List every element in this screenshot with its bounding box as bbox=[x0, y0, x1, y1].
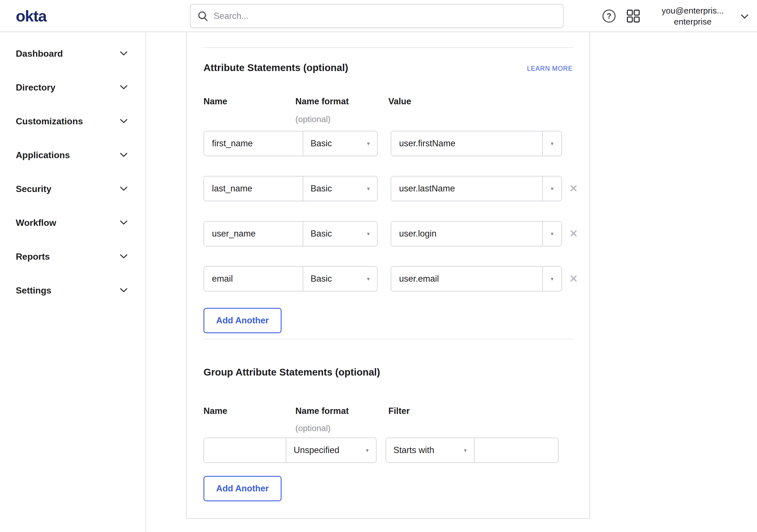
name-format-optional-note: (optional) bbox=[295, 114, 331, 124]
attribute-row: Basic ▾ ▾ ✕ bbox=[203, 221, 578, 246]
chevron-down-icon bbox=[120, 187, 127, 191]
name-format-select[interactable]: Basic ▾ bbox=[303, 176, 377, 201]
attribute-row: Basic ▾ ▾ ✕ bbox=[203, 266, 578, 292]
chevron-down-icon bbox=[120, 153, 127, 157]
name-format-group: Basic ▾ bbox=[203, 266, 378, 292]
column-header-value: Value bbox=[388, 96, 411, 107]
column-header-name-format: Name format bbox=[295, 96, 349, 107]
attribute-value-input[interactable] bbox=[391, 131, 542, 156]
name-format-select[interactable]: Basic ▾ bbox=[303, 131, 377, 156]
chevron-down-icon bbox=[120, 254, 127, 259]
name-format-select[interactable]: Basic ▾ bbox=[303, 267, 377, 291]
learn-more-link[interactable]: LEARN MORE bbox=[527, 65, 573, 73]
sidebar-item-applications[interactable]: Applications bbox=[0, 138, 145, 172]
group-attribute-row: Unspecified ▾ Starts with ▾ bbox=[203, 438, 559, 463]
section-divider bbox=[203, 339, 574, 339]
okta-admin-page: okta ? you@enterpris... enterprise Dashb… bbox=[0, 0, 757, 532]
sidebar-nav: Dashboard Directory Customizations Appli… bbox=[0, 32, 146, 532]
attribute-name-input[interactable] bbox=[204, 131, 303, 156]
dropdown-arrow-icon: ▾ bbox=[551, 141, 554, 146]
remove-row-icon[interactable]: ✕ bbox=[569, 229, 578, 239]
column-header-filter: Filter bbox=[388, 406, 410, 416]
chevron-down-icon bbox=[120, 220, 127, 225]
name-format-group: Basic ▾ bbox=[203, 176, 378, 201]
selected-format: Basic bbox=[311, 274, 332, 284]
search-input[interactable] bbox=[214, 11, 556, 21]
global-search[interactable] bbox=[190, 4, 564, 28]
column-header-name-format: Name format bbox=[295, 406, 349, 416]
group-name-format-group: Unspecified ▾ bbox=[203, 438, 377, 463]
help-icon[interactable]: ? bbox=[603, 10, 616, 22]
remove-row-icon[interactable]: ✕ bbox=[569, 274, 578, 284]
saml-settings-card: Attribute Statements (optional) LEARN MO… bbox=[186, 32, 590, 519]
dropdown-arrow-icon: ▾ bbox=[551, 231, 554, 236]
filter-operator-select[interactable]: Starts with ▾ bbox=[386, 438, 474, 462]
sidebar-item-settings[interactable]: Settings bbox=[0, 273, 145, 307]
value-group: ▾ bbox=[391, 176, 562, 201]
sidebar-item-label: Security bbox=[16, 184, 51, 194]
dropdown-arrow-icon: ▾ bbox=[367, 141, 370, 146]
value-group: ▾ bbox=[391, 221, 562, 246]
chevron-down-icon bbox=[120, 85, 127, 90]
search-icon bbox=[198, 11, 208, 21]
sidebar-item-label: Settings bbox=[16, 285, 51, 296]
value-dropdown-button[interactable]: ▾ bbox=[542, 267, 561, 291]
section-divider bbox=[203, 47, 574, 48]
sidebar-item-directory[interactable]: Directory bbox=[0, 71, 145, 104]
value-dropdown-button[interactable]: ▾ bbox=[542, 222, 561, 246]
value-dropdown-button[interactable]: ▾ bbox=[542, 131, 561, 156]
sidebar-item-label: Dashboard bbox=[16, 48, 63, 59]
dropdown-arrow-icon: ▾ bbox=[366, 448, 369, 453]
chevron-down-icon bbox=[741, 14, 748, 19]
selected-filter-op: Starts with bbox=[393, 445, 434, 455]
name-format-select[interactable]: Basic ▾ bbox=[303, 222, 377, 246]
name-format-group: Basic ▾ bbox=[203, 131, 378, 156]
add-another-attribute-button[interactable]: Add Another bbox=[203, 308, 282, 333]
user-org: enterprise bbox=[648, 16, 737, 27]
value-dropdown-button[interactable]: ▾ bbox=[542, 176, 561, 201]
attribute-value-input[interactable] bbox=[391, 267, 542, 291]
sidebar-item-dashboard[interactable]: Dashboard bbox=[0, 37, 145, 71]
attribute-row: Basic ▾ ▾ ✕ bbox=[203, 176, 578, 201]
selected-format: Basic bbox=[311, 183, 332, 194]
dropdown-arrow-icon: ▾ bbox=[464, 448, 467, 453]
top-bar: okta ? you@enterpris... enterprise bbox=[0, 0, 757, 32]
attribute-value-input[interactable] bbox=[391, 222, 542, 246]
remove-row-icon[interactable]: ✕ bbox=[569, 183, 578, 194]
sidebar-item-workflow[interactable]: Workflow bbox=[0, 206, 145, 240]
value-group: ▾ bbox=[391, 266, 562, 292]
attribute-value-input[interactable] bbox=[391, 176, 542, 201]
sidebar-item-customizations[interactable]: Customizations bbox=[0, 104, 145, 138]
group-name-format-select[interactable]: Unspecified ▾ bbox=[286, 438, 376, 462]
apps-grid-icon[interactable] bbox=[627, 10, 640, 22]
selected-format: Basic bbox=[311, 139, 332, 148]
chevron-down-icon bbox=[120, 51, 127, 56]
user-account-menu[interactable]: you@enterpris... enterprise bbox=[648, 5, 737, 27]
group-attribute-name-input[interactable] bbox=[204, 438, 286, 462]
attribute-name-input[interactable] bbox=[204, 267, 303, 291]
sidebar-item-label: Applications bbox=[16, 150, 70, 160]
value-group: ▾ bbox=[391, 131, 562, 156]
sidebar-item-label: Workflow bbox=[16, 218, 56, 228]
filter-value-input[interactable] bbox=[474, 438, 558, 462]
user-email: you@enterpris... bbox=[648, 5, 737, 16]
attribute-name-input[interactable] bbox=[204, 222, 303, 246]
dropdown-arrow-icon: ▾ bbox=[551, 186, 554, 191]
column-header-name: Name bbox=[203, 96, 227, 107]
attribute-name-input[interactable] bbox=[204, 176, 303, 201]
selected-format: Unspecified bbox=[294, 445, 339, 455]
group-filter-group: Starts with ▾ bbox=[385, 438, 559, 463]
selected-format: Basic bbox=[311, 229, 332, 239]
attribute-row: Basic ▾ ▾ bbox=[203, 131, 562, 156]
sidebar-item-reports[interactable]: Reports bbox=[0, 240, 145, 273]
chevron-down-icon bbox=[120, 119, 127, 123]
add-another-group-attribute-button[interactable]: Add Another bbox=[203, 476, 282, 501]
sidebar-item-label: Directory bbox=[16, 82, 55, 93]
sidebar-item-security[interactable]: Security bbox=[0, 172, 145, 206]
dropdown-arrow-icon: ▾ bbox=[367, 186, 370, 191]
okta-logo[interactable]: okta bbox=[16, 7, 46, 25]
chevron-down-icon bbox=[120, 288, 127, 293]
sidebar-item-label: Customizations bbox=[16, 116, 83, 127]
group-attribute-statements-title: Group Attribute Statements (optional) bbox=[203, 366, 380, 378]
dropdown-arrow-icon: ▾ bbox=[551, 276, 554, 282]
